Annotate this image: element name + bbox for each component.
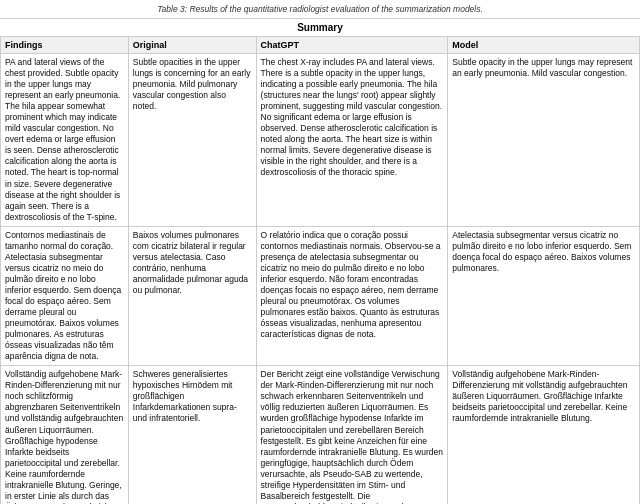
cell-findings-2: Vollständig aufgehobene Mark-Rinden-Diff… (1, 366, 129, 504)
col-header-row: Findings Original ChatGPT Model (1, 37, 640, 54)
cell-original-1: Baixos volumes pulmonares com cicatriz b… (128, 226, 256, 366)
col-header-original: Original (128, 37, 256, 54)
cell-findings-1: Contornos mediastinais de tamanho normal… (1, 226, 129, 366)
table-row: Vollständig aufgehobene Mark-Rinden-Diff… (1, 366, 640, 504)
summary-header-cell: Summary (1, 19, 640, 37)
cell-model-0: Subtle opacity in the upper lungs may re… (448, 54, 640, 227)
cell-findings-0: PA and lateral views of the chest provid… (1, 54, 129, 227)
col-header-model: Model (448, 37, 640, 54)
col-header-findings: Findings (1, 37, 129, 54)
cell-model-2: Vollständig aufgehobene Mark-Rinden-Diff… (448, 366, 640, 504)
cell-chatgpt-1: O relatório indica que o coração possui … (256, 226, 448, 366)
results-table: Summary Findings Original ChatGPT Model … (0, 19, 640, 504)
cell-chatgpt-2: Der Bericht zeigt eine vollständige Verw… (256, 366, 448, 504)
cell-model-1: Atelectasia subsegmentar versus cicatriz… (448, 226, 640, 366)
cell-original-0: Subtle opacities in the upper lungs is c… (128, 54, 256, 227)
cell-original-2: Schweres generalisiertes hypoxisches Hir… (128, 366, 256, 504)
table-row: Contornos mediastinais de tamanho normal… (1, 226, 640, 366)
table-row: PA and lateral views of the chest provid… (1, 54, 640, 227)
col-header-chatgpt: ChatGPT (256, 37, 448, 54)
main-table-container: Summary Findings Original ChatGPT Model … (0, 19, 640, 504)
page-title: Table 3: Results of the quantitative rad… (0, 0, 640, 19)
cell-chatgpt-0: The chest X-ray includes PA and lateral … (256, 54, 448, 227)
summary-header-row: Summary (1, 19, 640, 37)
